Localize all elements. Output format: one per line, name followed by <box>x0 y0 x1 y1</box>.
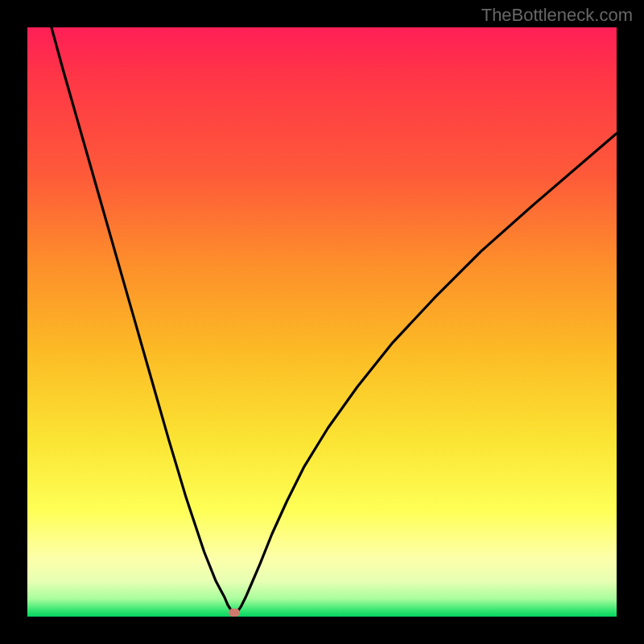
watermark-text: TheBottleneck.com <box>481 5 633 26</box>
bottleneck-curve <box>27 27 617 617</box>
chart-frame: TheBottleneck.com <box>0 0 644 644</box>
optimal-point-marker <box>229 609 240 617</box>
plot-area <box>27 27 617 617</box>
